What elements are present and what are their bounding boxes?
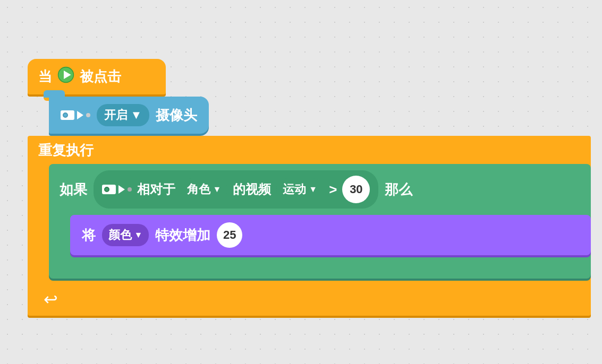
condition-label-pre: 相对于 xyxy=(137,181,175,198)
camera-icon xyxy=(61,110,90,120)
if-label: 如果 xyxy=(60,180,87,199)
effect-label-mid: 特效增加 xyxy=(155,226,210,245)
repeat-arrow-icon: ↩ xyxy=(44,289,58,309)
condition-dropdown-sprite[interactable]: 角色 ▼ xyxy=(181,178,228,201)
effect-dropdown-arrow-icon: ▼ xyxy=(134,230,143,240)
condition-label-mid: 的视频 xyxy=(233,181,271,198)
condition-dropdown-motion[interactable]: 运动 ▼ xyxy=(276,178,324,201)
dropdown-arrow-icon: ▼ xyxy=(131,108,142,122)
repeat-inner-area: 如果 相对于 角色 ▼ 的视频 xyxy=(49,164,591,283)
if-then-label: 那么 xyxy=(385,180,412,199)
repeat-block[interactable]: 重复执行 如果 相对于 xyxy=(28,136,591,316)
effect-block[interactable]: 将 颜色 ▼ 特效增加 25 xyxy=(70,215,591,255)
if-inner-area: 将 颜色 ▼ 特效增加 25 xyxy=(70,215,591,255)
if-footer xyxy=(49,257,591,279)
scratch-blocks-container: 当 被点击 开启 ▼ 摄像头 重复执行 xyxy=(28,59,591,316)
condition-value[interactable]: 30 xyxy=(342,176,370,203)
label-when: 当 xyxy=(38,67,52,86)
dropdown2-arrow-icon: ▼ xyxy=(309,185,317,194)
repeat-label: 重复执行 xyxy=(28,136,591,164)
effect-label-pre: 将 xyxy=(82,226,96,245)
label-clicked: 被点击 xyxy=(80,67,121,86)
if-block[interactable]: 如果 相对于 角色 ▼ 的视频 xyxy=(49,164,591,279)
green-flag-icon xyxy=(57,66,74,87)
if-condition: 相对于 角色 ▼ 的视频 运动 ▼ > 30 xyxy=(94,170,379,209)
camera-block[interactable]: 开启 ▼ 摄像头 xyxy=(49,97,209,134)
camera-state-dropdown[interactable]: 开启 ▼ xyxy=(97,104,150,126)
condition-camera-icon xyxy=(102,185,132,194)
event-block[interactable]: 当 被点击 xyxy=(28,59,166,94)
dropdown1-arrow-icon: ▼ xyxy=(213,185,222,194)
condition-operator: > xyxy=(329,181,337,198)
repeat-footer: ↩ xyxy=(28,283,591,316)
camera-label: 摄像头 xyxy=(156,106,197,125)
effect-dropdown[interactable]: 颜色 ▼ xyxy=(102,224,149,246)
effect-value[interactable]: 25 xyxy=(217,222,242,248)
if-top-row: 如果 相对于 角色 ▼ 的视频 xyxy=(49,164,591,215)
